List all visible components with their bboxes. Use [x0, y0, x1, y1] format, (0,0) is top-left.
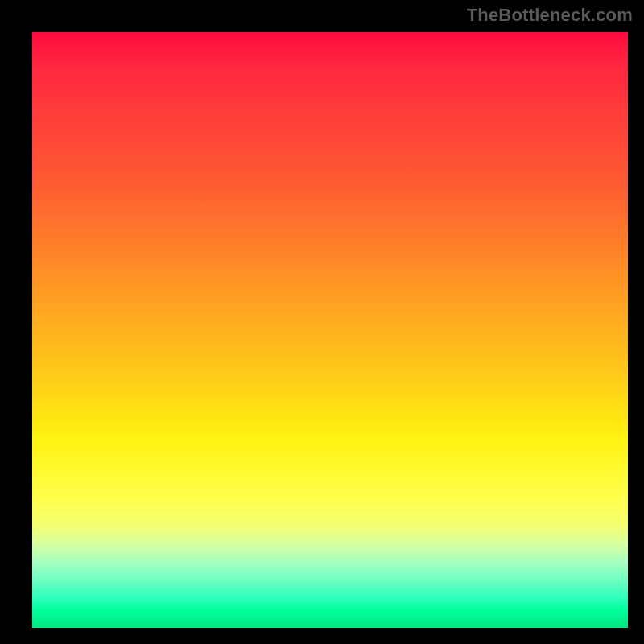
- chart-frame: TheBottleneck.com: [0, 0, 644, 644]
- heat-gradient: [32, 32, 628, 628]
- plot-area: [32, 32, 628, 628]
- watermark-text: TheBottleneck.com: [467, 5, 633, 26]
